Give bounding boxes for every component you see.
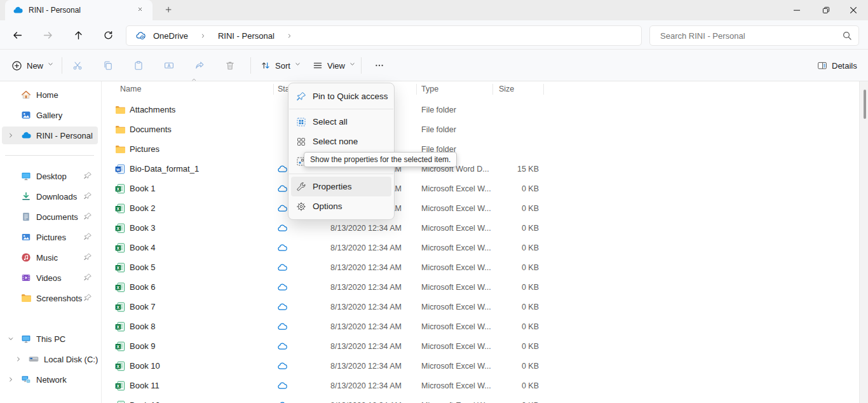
column-divider[interactable] [543, 84, 544, 95]
plus-circle-icon [11, 60, 22, 71]
search-box[interactable] [649, 25, 859, 46]
file-explorer-window: RINI - Personal OneDrive RINI - Personal… [0, 0, 868, 403]
menu-item-label: Pin to Quick access [313, 92, 388, 101]
new-button-label: New [27, 61, 43, 71]
menu-item-properties[interactable]: Properties [291, 177, 391, 196]
sidebar-item-label: Downloads [36, 192, 83, 202]
file-row[interactable]: XBook 48/13/2020 12:34 AMMicrosoft Excel… [102, 238, 859, 258]
file-row[interactable]: XBook 98/13/2020 12:34 AMMicrosoft Excel… [102, 337, 859, 357]
column-divider[interactable] [492, 84, 493, 95]
forward-button[interactable] [37, 25, 58, 45]
view-button[interactable]: View [308, 56, 362, 75]
column-header-size[interactable]: Size [499, 85, 514, 93]
breadcrumb-onedrive[interactable]: OneDrive [151, 31, 191, 41]
sidebar-item-desktop[interactable]: Desktop [2, 167, 98, 185]
chevron-right-icon[interactable] [282, 32, 297, 39]
file-row[interactable]: WBio-Data_format_18/13/2020 12:34 AMMicr… [102, 160, 859, 179]
chevron-right-icon[interactable] [13, 354, 24, 364]
back-button[interactable] [7, 25, 27, 45]
excel-icon: X [115, 203, 125, 214]
see-more-button[interactable] [369, 56, 390, 75]
menu-item-label: Properties [313, 182, 352, 191]
sidebar-item-local-disk-c[interactable]: Local Disk (C:) [2, 350, 98, 368]
pin-icon [83, 192, 92, 201]
sidebar-divider [5, 155, 94, 156]
sidebar-item-screenshots[interactable]: Screenshots [2, 289, 98, 307]
chevron-right-icon[interactable] [6, 374, 16, 385]
share-button[interactable] [189, 56, 210, 75]
sidebar-item-rini-personal[interactable]: RINI - Personal [2, 126, 98, 144]
column-divider[interactable] [416, 84, 417, 95]
chevron-placeholder [6, 273, 16, 283]
cloud-status-icon [277, 302, 287, 312]
menu-separator [288, 106, 394, 112]
new-tab-button[interactable] [161, 4, 177, 17]
sidebar-item-network[interactable]: Network [2, 371, 98, 388]
sidebar-item-label: Screenshots [36, 294, 83, 303]
menu-item-select-none[interactable]: Select none [291, 132, 391, 151]
sidebar-item-gallery[interactable]: Gallery [2, 106, 98, 124]
file-row[interactable]: XBook 78/13/2020 12:34 AMMicrosoft Excel… [102, 297, 859, 317]
column-header-name[interactable]: Name [120, 85, 141, 93]
paste-button[interactable] [128, 56, 149, 75]
sidebar-item-music[interactable]: Music [2, 249, 98, 266]
file-name: Book 4 [130, 243, 155, 252]
sidebar-item-videos[interactable]: Videos [2, 269, 98, 287]
chevron-placeholder [6, 293, 16, 303]
file-row[interactable]: PicturesFile folder [102, 140, 859, 160]
minimize-button[interactable] [782, 0, 811, 20]
chevron-right-icon[interactable] [6, 130, 16, 140]
cloud-status-icon [277, 184, 287, 194]
sidebar-item-home[interactable]: Home [2, 86, 98, 104]
file-date-modified: 8/13/2020 12:34 AM [330, 243, 402, 252]
file-row[interactable]: XBook 88/13/2020 12:34 AMMicrosoft Excel… [102, 317, 859, 337]
column-header-type[interactable]: Type [421, 85, 438, 93]
sidebar-item-documents[interactable]: Documents [2, 208, 98, 226]
file-row[interactable]: XBook 38/13/2020 12:34 AMMicrosoft Excel… [102, 219, 859, 238]
cut-button[interactable] [67, 56, 88, 75]
cloud-status-icon [277, 263, 287, 273]
file-row[interactable]: XBook 28/13/2020 12:34 AMMicrosoft Excel… [102, 199, 859, 219]
excel-icon: X [115, 243, 125, 253]
address-bar[interactable]: OneDrive RINI - Personal [126, 25, 642, 46]
file-size: 0 KB [458, 303, 539, 311]
sort-button[interactable]: Sort [255, 56, 308, 75]
sidebar-item-downloads[interactable]: Downloads [2, 188, 98, 205]
restore-button[interactable] [811, 0, 841, 20]
menu-item-select-all[interactable]: Select all [291, 112, 391, 132]
refresh-button[interactable] [98, 25, 118, 45]
column-divider[interactable] [273, 84, 274, 95]
breadcrumb-current[interactable]: RINI - Personal [215, 31, 277, 41]
cloud-status-icon [277, 164, 287, 174]
onedrive-icon [21, 130, 31, 140]
file-row[interactable]: XBook 58/13/2020 12:34 AMMicrosoft Excel… [102, 258, 859, 278]
tab-close-icon[interactable] [135, 4, 147, 17]
file-row[interactable]: AttachmentsFile folder [102, 100, 859, 120]
file-row[interactable]: XBook 128/13/2020 12:34 AMMicrosoft Exce… [102, 396, 859, 403]
details-button[interactable]: Details [812, 56, 862, 75]
close-button[interactable] [839, 0, 868, 20]
file-row[interactable]: DocumentsFile folder [102, 120, 859, 140]
new-button[interactable]: New [6, 56, 60, 75]
toolbar-divider [250, 57, 251, 74]
menu-item-options[interactable]: Options [291, 196, 391, 216]
vertical-scrollbar[interactable] [859, 81, 868, 403]
delete-button[interactable] [220, 56, 240, 75]
file-row[interactable]: XBook 118/13/2020 12:34 AMMicrosoft Exce… [102, 376, 859, 396]
excel-icon: X [115, 223, 125, 233]
copy-button[interactable] [98, 56, 118, 75]
file-name: Documents [130, 125, 172, 134]
file-row[interactable]: XBook 18/13/2020 12:34 AMMicrosoft Excel… [102, 179, 859, 199]
menu-item-pin-to-quick-access[interactable]: Pin to Quick access [291, 86, 391, 106]
chevron-down-icon[interactable] [6, 334, 16, 344]
scrollbar-thumb[interactable] [864, 90, 866, 119]
sidebar-item-pictures[interactable]: Pictures [2, 228, 98, 246]
chevron-placeholder [6, 191, 16, 202]
file-row[interactable]: XBook 68/13/2020 12:34 AMMicrosoft Excel… [102, 278, 859, 297]
search-input[interactable] [659, 31, 842, 41]
sidebar-item-this-pc[interactable]: This PC [2, 330, 98, 348]
explorer-tab[interactable]: RINI - Personal [5, 0, 153, 20]
file-row[interactable]: XBook 108/13/2020 12:34 AMMicrosoft Exce… [102, 357, 859, 376]
rename-button[interactable] [159, 56, 179, 75]
up-button[interactable] [68, 25, 88, 45]
